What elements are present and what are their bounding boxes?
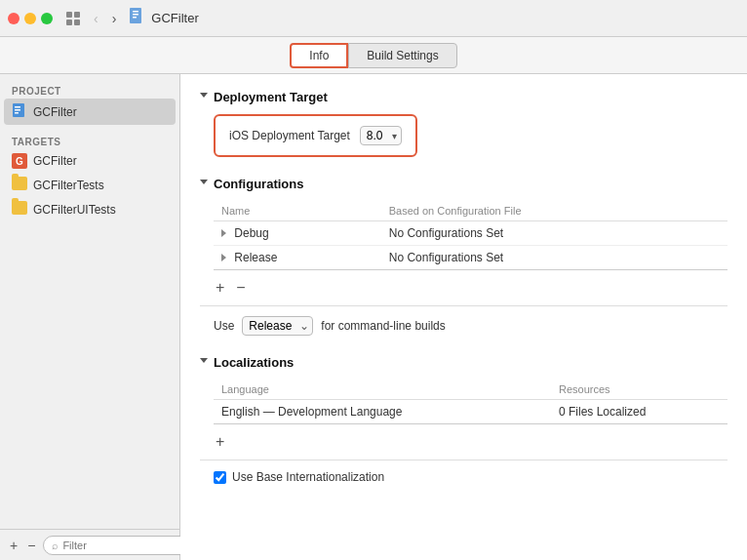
- forward-button[interactable]: ›: [108, 9, 121, 28]
- debug-row-name: Debug: [214, 221, 381, 246]
- svg-rect-7: [133, 17, 137, 19]
- svg-rect-5: [133, 11, 138, 13]
- svg-rect-10: [15, 109, 20, 111]
- base-internationalization-row: Use Base Internationalization: [214, 470, 727, 484]
- sidebar-bottom: + − ⌕: [0, 529, 179, 560]
- svg-rect-3: [74, 20, 80, 25]
- target-g-icon: G: [12, 153, 27, 169]
- sidebar-target3-label: GCFilterUITests: [33, 203, 116, 217]
- localizations-section: Localizations Language Resources English…: [200, 355, 727, 484]
- english-resources-cell: 0 Files Localized: [551, 400, 727, 424]
- config-col-file: Based on Configuration File: [381, 201, 727, 221]
- tests-folder-icon: [12, 177, 27, 193]
- use-label: Use: [214, 319, 234, 333]
- sidebar-item-gcfiltertests[interactable]: GCFilterTests: [0, 173, 179, 197]
- configurations-table: Name Based on Configuration File Debug N…: [214, 201, 727, 270]
- base-internationalization-label[interactable]: Use Base Internationalization: [232, 470, 384, 484]
- deployment-target-title: Deployment Target: [214, 90, 328, 104]
- sidebar: PROJECT GCFilter TARGETS G GCFilter: [0, 74, 180, 560]
- table-row: Release No Configurations Set: [214, 246, 727, 270]
- deployment-target-section: Deployment Target iOS Deployment Target …: [200, 90, 727, 157]
- targets-section-header: TARGETS: [0, 133, 179, 149]
- content-area: Deployment Target iOS Deployment Target …: [180, 74, 747, 560]
- sidebar-target1-label: GCFilter: [33, 154, 77, 168]
- deployment-target-header: Deployment Target: [200, 90, 727, 104]
- project-section-header: PROJECT: [0, 82, 179, 99]
- release-triangle-icon: [221, 254, 226, 261]
- configurations-footer: + −: [214, 280, 727, 296]
- grid-icon: [66, 12, 80, 25]
- deployment-triangle-icon[interactable]: [200, 93, 208, 101]
- configurations-header: Configurations: [200, 177, 727, 191]
- deployment-target-box: iOS Deployment Target 8.0 7.0 7.1 8.1 9.…: [214, 114, 417, 157]
- table-row: English — Development Language 0 Files L…: [214, 400, 727, 424]
- localizations-triangle-icon[interactable]: [200, 358, 208, 367]
- localizations-title: Localizations: [214, 355, 294, 370]
- sidebar-project-label: GCFilter: [33, 105, 77, 119]
- sidebar-item-gcfilter-project[interactable]: GCFilter: [4, 99, 176, 125]
- titlebar: ‹ › GCFilter: [0, 0, 747, 37]
- uitests-folder-icon: [12, 201, 27, 218]
- sidebar-target2-label: GCFilterTests: [33, 179, 104, 192]
- loc-col-resources: Resources: [551, 380, 727, 400]
- tab-build-settings[interactable]: Build Settings: [348, 43, 456, 68]
- localizations-table: Language Resources English — Development…: [214, 380, 727, 424]
- remove-sidebar-item-button[interactable]: −: [25, 539, 37, 552]
- svg-rect-1: [74, 12, 80, 18]
- configurations-triangle-icon[interactable]: [200, 180, 208, 188]
- tabbar: Info Build Settings: [0, 37, 747, 74]
- configurations-section: Configurations Name Based on Configurati…: [200, 177, 727, 336]
- project-file-icon: [12, 102, 27, 121]
- config-col-name: Name: [214, 201, 381, 221]
- localizations-footer: +: [214, 434, 727, 450]
- add-config-button[interactable]: +: [214, 280, 226, 296]
- remove-config-button[interactable]: −: [234, 280, 247, 296]
- svg-rect-0: [66, 12, 72, 18]
- sidebar-item-gcfilter-target[interactable]: G GCFilter: [0, 149, 179, 173]
- svg-rect-6: [133, 14, 138, 16]
- use-select-wrapper: Release Debug: [242, 316, 313, 336]
- svg-rect-4: [130, 8, 141, 23]
- table-row: Debug No Configurations Set: [214, 221, 727, 246]
- maximize-button[interactable]: [41, 13, 53, 24]
- file-icon: [130, 8, 145, 28]
- use-config-row: Use Release Debug for command-line build…: [214, 316, 727, 336]
- for-builds-label: for command-line builds: [321, 319, 445, 333]
- tab-info[interactable]: Info: [290, 43, 348, 68]
- back-button[interactable]: ‹: [90, 9, 102, 28]
- close-button[interactable]: [8, 13, 20, 24]
- deployment-target-select[interactable]: 8.0 7.0 7.1 8.1 9.0: [360, 126, 402, 145]
- localizations-header: Localizations: [200, 355, 727, 370]
- base-internationalization-checkbox[interactable]: [214, 471, 226, 484]
- debug-triangle-icon: [221, 229, 226, 237]
- use-config-select[interactable]: Release Debug: [242, 316, 313, 336]
- release-row-name: Release: [214, 246, 381, 270]
- deployment-target-label: iOS Deployment Target: [229, 129, 350, 142]
- filter-input[interactable]: [62, 540, 197, 551]
- sidebar-item-gcfilteruitests[interactable]: GCFilterUITests: [0, 197, 179, 221]
- localizations-divider: [200, 460, 727, 460]
- configurations-title: Configurations: [214, 177, 303, 191]
- deployment-target-select-wrapper: 8.0 7.0 7.1 8.1 9.0: [360, 126, 402, 145]
- add-sidebar-item-button[interactable]: +: [8, 539, 20, 552]
- main-layout: PROJECT GCFilter TARGETS G GCFilter: [0, 74, 747, 560]
- window-controls: [8, 13, 53, 24]
- loc-col-language: Language: [214, 380, 551, 400]
- add-localization-button[interactable]: +: [214, 434, 226, 450]
- svg-rect-2: [66, 20, 72, 25]
- minimize-button[interactable]: [24, 13, 36, 24]
- svg-rect-11: [15, 112, 19, 114]
- filter-search-icon: ⌕: [52, 540, 59, 551]
- configurations-divider: [200, 305, 727, 306]
- debug-row-config: No Configurations Set: [381, 221, 727, 246]
- release-row-config: No Configurations Set: [381, 246, 727, 270]
- titlebar-title: GCFilter: [151, 11, 198, 25]
- english-language-cell: English — Development Language: [214, 400, 551, 424]
- svg-rect-9: [15, 106, 20, 108]
